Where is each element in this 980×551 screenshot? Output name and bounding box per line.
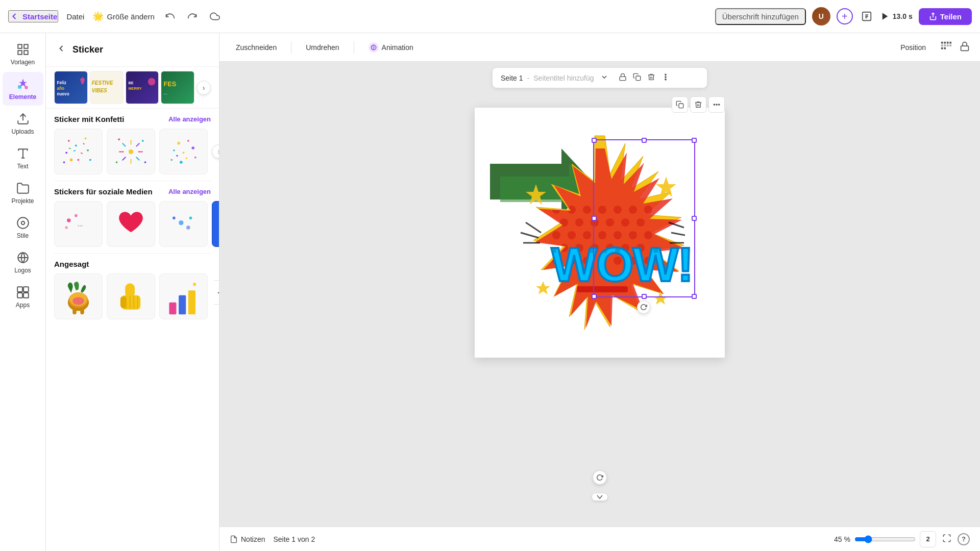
svg-point-62: [194, 157, 197, 159]
sidebar-item-stile[interactable]: Stile: [3, 211, 43, 244]
svg-point-12: [17, 217, 29, 229]
svg-point-32: [85, 137, 87, 139]
help-button[interactable]: ?: [958, 533, 970, 545]
konfetti-see-all[interactable]: Alle anzeigen: [168, 115, 211, 123]
svg-point-106: [665, 77, 666, 78]
svg-rect-79: [80, 307, 84, 314]
redo-button[interactable]: [185, 9, 200, 23]
svg-point-126: [591, 218, 599, 227]
sticker-festive-vibes[interactable]: FESTIVE VIBES: [90, 71, 124, 104]
pattern-button[interactable]: [938, 39, 953, 56]
delete-element-button[interactable]: [690, 96, 706, 113]
rotate-handle-inner[interactable]: [637, 300, 650, 314]
avatar[interactable]: U: [812, 7, 830, 26]
sidebar-item-vorlagen[interactable]: Vorlagen: [3, 37, 43, 71]
copy-element-button[interactable]: [672, 96, 688, 113]
animation-button[interactable]: Animation: [360, 38, 422, 57]
undo-button[interactable]: [163, 9, 177, 23]
resize-button[interactable]: 🌟 Größe ändern: [92, 11, 154, 22]
secondary-toolbar: Zuschneiden Umdrehen Animation Position: [219, 33, 980, 62]
more-element-options-button[interactable]: [708, 96, 725, 113]
sticker-social-1[interactable]: ···: [54, 201, 103, 247]
svg-point-121: [614, 206, 622, 214]
play-button[interactable]: 13.0 s: [880, 12, 913, 21]
svg-point-59: [191, 146, 194, 149]
save-button[interactable]: [208, 9, 222, 23]
sticker-angesagt-chart[interactable]: [159, 273, 208, 319]
sticker-social-share[interactable]: [212, 201, 219, 247]
zoom-level: 45 %: [834, 535, 850, 543]
collapse-panel-button[interactable]: ◀: [214, 280, 219, 305]
topbar-left: Startseite Datei 🌟 Größe ändern: [8, 9, 487, 23]
wow-sticker[interactable]: WOW! WOW!: [495, 133, 715, 349]
notes-button[interactable]: Notizen: [230, 535, 265, 543]
svg-rect-167: [577, 286, 628, 292]
sidebar-item-apps[interactable]: Apps: [3, 280, 43, 314]
zoom-controls: 45 % 2 ?: [834, 531, 970, 547]
svg-text:Feliz: Feliz: [57, 81, 66, 85]
svg-line-48: [136, 157, 140, 161]
delete-page-button[interactable]: [645, 71, 657, 85]
sticker-konfetti-1[interactable]: [54, 129, 103, 174]
svg-rect-108: [679, 104, 683, 108]
konfetti-header: Sticker mit Konfetti Alle anzeigen: [54, 115, 211, 123]
svg-text:MERRY: MERRY: [128, 86, 141, 91]
sticker-panel: ◀ Sticker Feliz año nuevo: [46, 33, 219, 551]
more-page-options-button[interactable]: [659, 71, 672, 85]
sticker-feliz[interactable]: Feliz año nuevo: [54, 71, 88, 104]
scroll-right-konfetti[interactable]: ›: [212, 144, 219, 159]
scroll-right-festive[interactable]: ›: [197, 81, 211, 95]
page-dropdown-button[interactable]: [600, 73, 608, 83]
analytics-button[interactable]: [859, 9, 874, 24]
add-title-button[interactable]: Überschrift hinzufügen: [715, 8, 806, 25]
social-see-all[interactable]: Alle anzeigen: [168, 188, 211, 195]
sidebar-item-text[interactable]: Text: [3, 141, 43, 175]
file-menu[interactable]: Datei: [66, 12, 84, 21]
svg-point-30: [68, 140, 70, 142]
page-number-box[interactable]: 2: [920, 531, 936, 547]
avatar-image: U: [812, 7, 830, 26]
flip-button[interactable]: Umdrehen: [298, 39, 347, 56]
position-button[interactable]: Position: [892, 39, 934, 56]
sticker-konfetti-2[interactable]: [107, 129, 155, 174]
svg-rect-89: [179, 295, 186, 315]
home-label: Startseite: [22, 12, 57, 21]
lock-button[interactable]: [958, 39, 972, 55]
sticker-social-sparkle[interactable]: [159, 201, 208, 247]
sticker-angesagt-turkey[interactable]: [54, 273, 103, 319]
sidebar-item-uploads[interactable]: Uploads: [3, 107, 43, 140]
svg-point-70: [173, 217, 176, 220]
sticker-be-merry[interactable]: BE MERRY: [126, 71, 159, 104]
lock-page-button[interactable]: [617, 71, 629, 85]
svg-point-159: [641, 248, 646, 253]
crop-button[interactable]: Zuschneiden: [228, 39, 285, 56]
svg-point-51: [129, 149, 133, 154]
svg-rect-64: [186, 157, 188, 159]
sidebar-label-text: Text: [17, 163, 28, 170]
apps-icon: [16, 285, 30, 299]
sidebar-item-elemente[interactable]: Elemente: [3, 72, 43, 106]
rotate-handle-outer[interactable]: [593, 470, 607, 485]
svg-point-61: [170, 159, 173, 161]
sticker-social-heart[interactable]: [107, 201, 155, 247]
sticker-konfetti-3[interactable]: [159, 129, 208, 174]
svg-rect-101: [944, 47, 946, 49]
canvas-collapse-hint[interactable]: [592, 493, 608, 501]
svg-point-120: [598, 206, 606, 214]
share-button[interactable]: Teilen: [919, 8, 972, 25]
svg-point-157: [615, 248, 620, 253]
sticker-angesagt-thumbsup[interactable]: [107, 273, 155, 319]
add-collaborator-button[interactable]: +: [837, 8, 853, 24]
home-button[interactable]: Startseite: [8, 10, 58, 22]
sticker-fes-arrow[interactable]: FES ...: [161, 71, 194, 104]
svg-rect-99: [949, 44, 951, 46]
back-button[interactable]: [54, 41, 68, 58]
page-canvas[interactable]: WOW! WOW!: [475, 108, 725, 358]
svg-line-50: [122, 157, 126, 161]
duplicate-page-button[interactable]: [631, 71, 643, 85]
sidebar-item-logos[interactable]: Logos: [3, 245, 43, 279]
zoom-slider[interactable]: [854, 535, 916, 543]
fullscreen-button[interactable]: [940, 532, 953, 546]
svg-rect-5: [18, 51, 22, 55]
sidebar-item-projekte[interactable]: Projekte: [3, 176, 43, 210]
